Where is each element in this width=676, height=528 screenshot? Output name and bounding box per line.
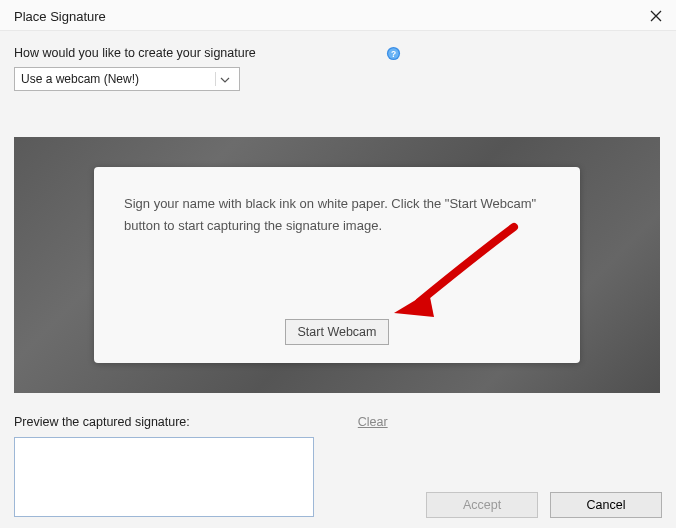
preview-label: Preview the captured signature: <box>14 415 190 429</box>
create-signature-label: How would you like to create your signat… <box>14 46 256 60</box>
accept-button: Accept <box>426 492 538 518</box>
cancel-button[interactable]: Cancel <box>550 492 662 518</box>
clear-link[interactable]: Clear <box>358 415 388 429</box>
start-webcam-button[interactable]: Start Webcam <box>285 319 390 345</box>
instruction-panel: Sign your name with black ink on white p… <box>94 167 580 363</box>
signature-method-dropdown[interactable]: Use a webcam (New!) <box>14 67 240 91</box>
svg-text:?: ? <box>391 48 396 58</box>
title-bar: Place Signature <box>0 0 676 31</box>
webcam-capture-area: Sign your name with black ink on white p… <box>14 137 660 393</box>
dropdown-selected-value: Use a webcam (New!) <box>21 72 215 86</box>
help-icon[interactable]: ? <box>386 45 402 61</box>
close-icon[interactable] <box>646 6 666 26</box>
chevron-down-icon <box>215 72 233 86</box>
preview-box <box>14 437 314 517</box>
instruction-text: Sign your name with black ink on white p… <box>124 193 550 237</box>
window-title: Place Signature <box>14 9 106 24</box>
